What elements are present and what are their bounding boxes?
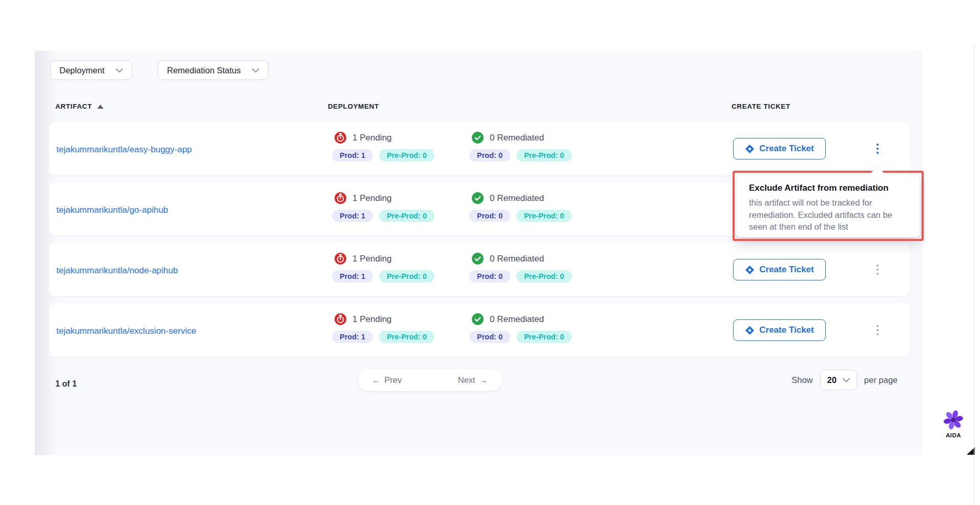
scrollbar-track-line: [974, 44, 974, 505]
aida-flower-icon: [942, 409, 965, 431]
prod-badge: Prod: 1: [332, 270, 373, 282]
remediated-status-group: 0 Remediated Prod: 0 Pre-Prod: 0: [471, 313, 572, 343]
deployment-filter-dropdown[interactable]: Deployment: [50, 60, 132, 80]
aida-assistant-button[interactable]: AIDA: [939, 409, 968, 438]
prev-page-button[interactable]: ← Prev: [358, 369, 416, 391]
page-size-value: 20: [827, 375, 837, 385]
remediated-summary: 0 Remediated: [490, 314, 544, 325]
preprod-badge: Pre-Prod: 0: [516, 270, 572, 282]
next-label: Next: [458, 375, 475, 385]
create-ticket-label: Create Ticket: [759, 144, 814, 154]
remediated-check-icon: [471, 192, 484, 205]
aida-label: AIDA: [946, 432, 961, 438]
table-row: tejakummarikuntla/easy-buggy-app 1 Pendi…: [49, 122, 910, 175]
artifact-link[interactable]: tejakummarikuntla/node-apihub: [56, 266, 178, 276]
remediation-page: Deployment Remediation Status ARTIFACT D…: [0, 0, 980, 505]
pending-status-group: 1 Pending Prod: 1 Pre-Prod: 0: [334, 313, 434, 343]
prod-badge: Prod: 0: [469, 149, 510, 161]
create-ticket-button[interactable]: Create Ticket: [733, 138, 826, 159]
prod-badge: Prod: 1: [332, 331, 373, 343]
create-ticket-button[interactable]: Create Ticket: [733, 319, 826, 341]
column-header-artifact-label: ARTIFACT: [55, 103, 92, 110]
remediated-status-group: 0 Remediated Prod: 0 Pre-Prod: 0: [471, 131, 572, 161]
artifact-link[interactable]: tejakummarikuntla/easy-buggy-app: [56, 145, 192, 155]
prev-label: Prev: [384, 375, 402, 385]
page-summary: 1 of 1: [55, 379, 77, 389]
remediated-summary: 0 Remediated: [490, 133, 544, 143]
remediation-status-filter-label: Remediation Status: [167, 66, 241, 75]
pending-timer-icon: [334, 192, 347, 205]
artifact-link[interactable]: tejakummarikuntla/exclusion-service: [56, 326, 196, 336]
remediated-check-icon: [471, 252, 484, 265]
pending-summary: 1 Pending: [352, 193, 392, 204]
table-row: tejakummarikuntla/exclusion-service 1 Pe…: [49, 304, 910, 357]
prod-badge: Prod: 0: [469, 270, 510, 282]
page-number-button[interactable]: 1: [416, 369, 444, 391]
preprod-badge: Pre-Prod: 0: [516, 331, 572, 343]
page-size-control: Show 20 per page: [791, 365, 898, 395]
remediation-status-filter-dropdown[interactable]: Remediation Status: [158, 60, 268, 80]
pending-summary: 1 Pending: [352, 133, 392, 143]
pending-timer-icon: [334, 252, 347, 265]
next-page-button[interactable]: Next →: [444, 369, 502, 391]
sort-ascending-icon: [97, 105, 103, 109]
preprod-badge: Pre-Prod: 0: [379, 149, 434, 161]
artifact-table-section: Deployment Remediation Status ARTIFACT D…: [35, 51, 922, 455]
chevron-down-icon: [252, 68, 259, 73]
remediated-status-group: 0 Remediated Prod: 0 Pre-Prod: 0: [471, 252, 572, 282]
create-ticket-label: Create Ticket: [759, 325, 814, 335]
page-size-select[interactable]: 20: [820, 370, 857, 390]
column-header-deployment: DEPLOYMENT: [328, 103, 379, 110]
remediated-summary: 0 Remediated: [490, 254, 544, 264]
exclude-artifact-tooltip: Exclude Artifact from remediation this a…: [736, 174, 920, 237]
tooltip-title: Exclude Artifact from remediation: [749, 183, 907, 193]
pending-status-group: 1 Pending Prod: 1 Pre-Prod: 0: [334, 252, 434, 282]
row-actions-kebab-icon[interactable]: [870, 138, 885, 159]
remediated-status-group: 0 Remediated Prod: 0 Pre-Prod: 0: [471, 192, 572, 222]
per-page-label: per page: [864, 375, 898, 385]
remediated-check-icon: [471, 313, 484, 326]
prod-badge: Prod: 1: [332, 210, 373, 222]
preprod-badge: Pre-Prod: 0: [516, 210, 572, 222]
pager: ← Prev 1 Next →: [358, 369, 502, 391]
jira-diamond-icon: [745, 144, 755, 154]
jira-diamond-icon: [745, 265, 755, 275]
prod-badge: Prod: 0: [469, 331, 510, 343]
preprod-badge: Pre-Prod: 0: [379, 270, 434, 282]
column-header-artifact[interactable]: ARTIFACT: [55, 103, 103, 110]
prod-badge: Prod: 1: [332, 149, 373, 161]
tooltip-body: this artifact will not be tracked for re…: [749, 197, 909, 233]
preprod-badge: Pre-Prod: 0: [379, 210, 434, 222]
pending-timer-icon: [334, 131, 347, 144]
arrow-left-icon: ←: [372, 375, 381, 385]
chevron-down-icon: [843, 378, 850, 382]
preprod-badge: Pre-Prod: 0: [379, 331, 434, 343]
pending-summary: 1 Pending: [352, 314, 392, 325]
pending-status-group: 1 Pending Prod: 1 Pre-Prod: 0: [334, 192, 434, 222]
prod-badge: Prod: 0: [469, 210, 510, 222]
remediated-summary: 0 Remediated: [490, 193, 544, 204]
column-header-create-ticket: CREATE TICKET: [732, 103, 790, 110]
remediated-check-icon: [471, 131, 484, 144]
pending-summary: 1 Pending: [352, 254, 392, 264]
pending-timer-icon: [334, 313, 347, 326]
artifact-link[interactable]: tejakummarikuntla/go-apihub: [56, 205, 168, 215]
row-actions-kebab-icon[interactable]: [870, 319, 885, 341]
jira-diamond-icon: [745, 326, 755, 335]
deployment-filter-label: Deployment: [59, 66, 105, 75]
arrow-right-icon: →: [479, 375, 488, 385]
create-ticket-button[interactable]: Create Ticket: [733, 259, 826, 280]
row-actions-kebab-icon[interactable]: [870, 259, 885, 280]
pending-status-group: 1 Pending Prod: 1 Pre-Prod: 0: [334, 131, 434, 161]
preprod-badge: Pre-Prod: 0: [516, 149, 572, 161]
table-row: tejakummarikuntla/node-apihub 1 Pending …: [49, 243, 910, 296]
chevron-down-icon: [116, 68, 123, 73]
create-ticket-label: Create Ticket: [759, 265, 814, 275]
show-label: Show: [791, 375, 812, 385]
